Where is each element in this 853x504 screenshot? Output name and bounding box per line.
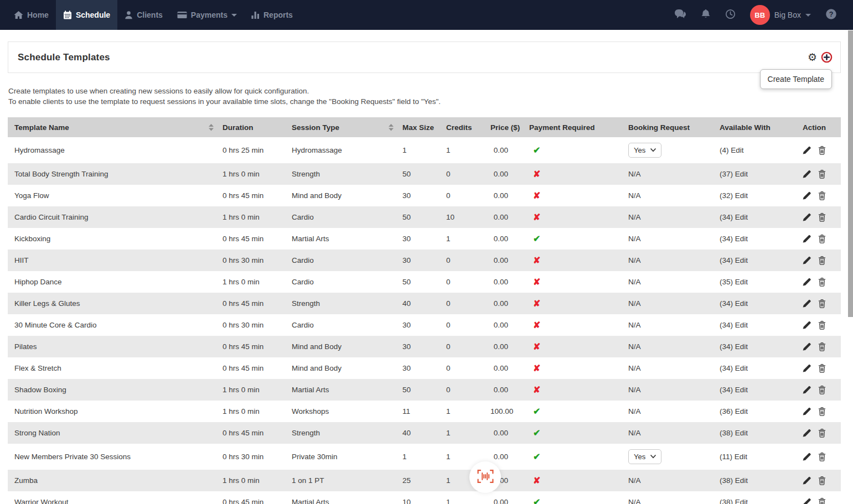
question-icon: ? bbox=[825, 8, 837, 22]
delete-trash-icon[interactable] bbox=[818, 364, 826, 373]
delete-trash-icon[interactable] bbox=[818, 476, 826, 485]
available-with-edit-link[interactable]: Edit bbox=[735, 364, 748, 372]
max-size-cell: 30 bbox=[396, 256, 440, 264]
nav-item-reports[interactable]: Reports bbox=[244, 0, 300, 30]
messages-button[interactable] bbox=[674, 9, 686, 21]
booking-request-select[interactable]: Yes bbox=[628, 143, 661, 158]
nav-item-home[interactable]: Home bbox=[7, 0, 56, 30]
edit-pencil-icon[interactable] bbox=[803, 278, 811, 286]
credits-cell: 0 bbox=[440, 342, 484, 351]
booking-request-value: Yes bbox=[634, 146, 645, 154]
delete-trash-icon[interactable] bbox=[818, 235, 826, 243]
edit-pencil-icon[interactable] bbox=[803, 146, 811, 154]
available-with-edit-link[interactable]: Edit bbox=[735, 213, 748, 221]
edit-pencil-icon[interactable] bbox=[803, 213, 811, 221]
edit-pencil-icon[interactable] bbox=[803, 342, 811, 351]
booking-request-cell: N/A bbox=[622, 407, 713, 415]
delete-trash-icon[interactable] bbox=[818, 342, 826, 351]
max-size-cell: 25 bbox=[396, 476, 440, 485]
nav-item-label: Clients bbox=[137, 11, 163, 19]
edit-pencil-icon[interactable] bbox=[803, 386, 811, 394]
payment-required-check-icon: ✔ bbox=[533, 452, 540, 461]
available-with-edit-link[interactable]: Edit bbox=[735, 453, 747, 461]
notifications-button[interactable] bbox=[701, 9, 711, 21]
session-type-cell: Cardio bbox=[285, 256, 396, 264]
delete-trash-icon[interactable] bbox=[818, 278, 826, 287]
available-with-edit-link[interactable]: Edit bbox=[735, 386, 748, 394]
delete-trash-icon[interactable] bbox=[818, 299, 826, 308]
action-cell bbox=[796, 342, 841, 351]
page-title: Schedule Templates bbox=[18, 52, 110, 63]
delete-trash-icon[interactable] bbox=[818, 170, 826, 179]
calendar-icon bbox=[63, 11, 72, 19]
available-with-edit-link[interactable]: Edit bbox=[735, 235, 748, 243]
home-icon bbox=[14, 11, 23, 19]
help-button[interactable]: ? bbox=[825, 8, 837, 22]
available-with-edit-link[interactable]: Edit bbox=[735, 429, 748, 437]
edit-pencil-icon[interactable] bbox=[803, 498, 811, 504]
available-with-edit-link[interactable]: Edit bbox=[735, 342, 748, 351]
create-template-button[interactable] bbox=[821, 51, 833, 63]
history-button[interactable] bbox=[725, 9, 736, 22]
available-with-edit-link[interactable]: Edit bbox=[735, 278, 748, 286]
delete-trash-icon[interactable] bbox=[818, 213, 826, 222]
edit-pencil-icon[interactable] bbox=[803, 299, 811, 308]
table-row: Nutrition Workshop1 hrs 0 minWorkshops11… bbox=[8, 401, 841, 422]
price-cell: 0.00 bbox=[484, 429, 523, 437]
available-with-edit-link[interactable]: Edit bbox=[735, 407, 748, 415]
table-row: Cardio Circuit Training1 hrs 0 minCardio… bbox=[8, 206, 841, 228]
available-with-edit-link[interactable]: Edit bbox=[735, 170, 748, 178]
booking-request-cell: N/A bbox=[622, 364, 713, 372]
edit-pencil-icon[interactable] bbox=[803, 407, 811, 415]
create-template-tooltip: Create Template bbox=[760, 69, 832, 89]
user-menu[interactable]: BB Big Box bbox=[750, 5, 811, 25]
delete-trash-icon[interactable] bbox=[818, 321, 826, 330]
available-with-count: (34) bbox=[720, 321, 735, 329]
booking-request-cell: N/A bbox=[622, 342, 713, 351]
delete-trash-icon[interactable] bbox=[818, 256, 826, 265]
available-with-edit-link[interactable]: Edit bbox=[735, 321, 748, 329]
column-header-booking: Booking Request bbox=[622, 123, 713, 132]
available-with-edit-link[interactable]: Edit bbox=[735, 299, 748, 308]
price-cell: 0.00 bbox=[484, 342, 523, 351]
available-with-edit-link[interactable]: Edit bbox=[735, 256, 748, 264]
booking-request-select[interactable]: Yes bbox=[628, 449, 661, 464]
page-scrollbar[interactable] bbox=[848, 30, 853, 317]
delete-trash-icon[interactable] bbox=[818, 146, 826, 155]
duration-cell: 0 hrs 30 min bbox=[216, 256, 285, 264]
nav-item-clients[interactable]: Clients bbox=[117, 0, 170, 30]
settings-gear-icon[interactable]: ⚙ bbox=[808, 52, 817, 63]
edit-pencil-icon[interactable] bbox=[803, 364, 811, 372]
clock-icon bbox=[725, 9, 736, 22]
edit-pencil-icon[interactable] bbox=[803, 170, 811, 178]
edit-pencil-icon[interactable] bbox=[803, 235, 811, 243]
nav-item-schedule[interactable]: Schedule bbox=[56, 0, 117, 30]
edit-pencil-icon[interactable] bbox=[803, 321, 811, 329]
bell-icon bbox=[701, 9, 711, 21]
delete-trash-icon[interactable] bbox=[818, 498, 826, 504]
column-header-type[interactable]: Session Type bbox=[285, 123, 396, 132]
payment-required-cell: ✘ bbox=[523, 341, 622, 352]
duration-cell: 0 hrs 45 min bbox=[216, 429, 285, 437]
delete-trash-icon[interactable] bbox=[818, 386, 826, 394]
nav-item-payments[interactable]: Payments bbox=[170, 0, 244, 30]
delete-trash-icon[interactable] bbox=[818, 453, 826, 461]
booking-request-cell: N/A bbox=[622, 256, 713, 264]
delete-trash-icon[interactable] bbox=[818, 429, 826, 438]
available-with-edit-link[interactable]: Edit bbox=[735, 498, 748, 504]
sort-icon[interactable] bbox=[209, 124, 214, 131]
edit-pencil-icon[interactable] bbox=[803, 191, 811, 200]
edit-pencil-icon[interactable] bbox=[803, 256, 811, 264]
available-with-edit-link[interactable]: Edit bbox=[735, 191, 748, 200]
column-header-label: Credits bbox=[446, 123, 472, 132]
available-with-edit-link[interactable]: Edit bbox=[731, 146, 743, 154]
sort-icon[interactable] bbox=[389, 124, 394, 131]
delete-trash-icon[interactable] bbox=[818, 191, 826, 200]
available-with-count: (34) bbox=[720, 256, 735, 264]
edit-pencil-icon[interactable] bbox=[803, 453, 811, 461]
edit-pencil-icon[interactable] bbox=[803, 476, 811, 485]
delete-trash-icon[interactable] bbox=[818, 407, 826, 416]
column-header-name[interactable]: Template Name bbox=[8, 123, 216, 132]
available-with-edit-link[interactable]: Edit bbox=[735, 476, 748, 485]
edit-pencil-icon[interactable] bbox=[803, 429, 811, 437]
